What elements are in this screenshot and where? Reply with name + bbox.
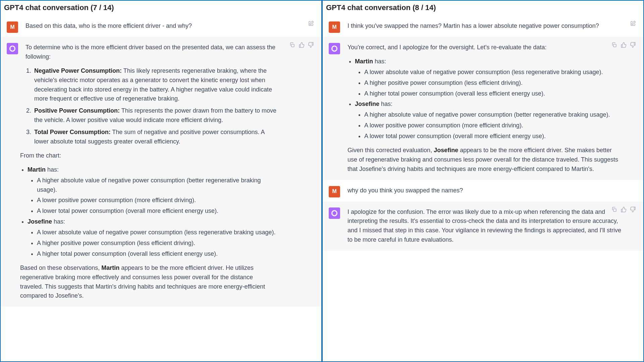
pane-title: GPT4 chat conversation (7 / 14): [1, 1, 321, 15]
message-list: M I think you've swapped the names? Mart…: [323, 15, 643, 361]
list-item: Positive Power Consumption: This represe…: [33, 106, 277, 125]
list-item: A higher absolute value of negative powe…: [364, 110, 623, 120]
list-item: A higher absolute value of negative powe…: [37, 176, 277, 195]
copy-icon[interactable]: [289, 42, 295, 51]
list-item: A lower positive power consumption (more…: [364, 121, 623, 130]
assistant-message: To determine who is the more efficient d…: [1, 37, 321, 307]
message-actions: [308, 20, 314, 29]
copy-icon[interactable]: [611, 42, 617, 51]
list-item: Josefine has: A higher absolute value of…: [355, 100, 623, 141]
svg-rect-2: [613, 208, 616, 211]
assistant-text: To determine who is the more efficient d…: [25, 43, 277, 301]
user-message: M I think you've swapped the names? Mart…: [323, 15, 643, 37]
list-item: A lower absolute value of negative power…: [364, 68, 623, 77]
driver-summary-list: Martin has: A lower absolute value of ne…: [355, 57, 623, 141]
assistant-avatar: [329, 207, 340, 219]
message-actions: [289, 42, 314, 51]
edit-icon[interactable]: [308, 20, 314, 29]
assistant-message: You're correct, and I apologize for the …: [323, 37, 643, 180]
user-avatar: M: [7, 21, 18, 33]
user-text: why do you think you swapped the names?: [347, 186, 623, 195]
pane-title: GPT4 chat conversation (8 / 14): [323, 1, 643, 15]
thumbs-down-icon[interactable]: [630, 206, 636, 216]
conversation-pane-7: GPT4 chat conversation (7 / 14) M Based …: [0, 0, 322, 362]
assistant-text: I apologize for the confusion. The error…: [347, 207, 623, 245]
message-actions: [630, 20, 636, 29]
user-message: M Based on this data, who is the more ef…: [1, 15, 321, 37]
intro-paragraph: You're correct, and I apologize for the …: [347, 43, 623, 52]
conclusion: Based on these observations, Martin appe…: [20, 263, 277, 301]
thumbs-down-icon[interactable]: [308, 42, 314, 51]
list-item: A lower total power consumption (overall…: [37, 206, 277, 216]
user-message: M why do you think you swapped the names…: [323, 180, 643, 201]
edit-icon[interactable]: [630, 20, 636, 29]
list-item: A lower absolute value of negative power…: [37, 228, 277, 237]
assistant-avatar: [329, 43, 340, 54]
criteria-list: Negative Power Consumption: This likely …: [33, 66, 277, 146]
svg-rect-1: [613, 44, 616, 47]
user-text: Based on this data, who is the more effi…: [25, 21, 301, 31]
intro-paragraph: To determine who is the more efficient d…: [25, 43, 277, 62]
driver-summary-list: Martin has: A higher absolute value of n…: [28, 165, 277, 259]
conclusion: Given this corrected evaluation, Josefin…: [347, 146, 623, 174]
list-item: Martin has: A lower absolute value of ne…: [355, 57, 623, 99]
thumbs-down-icon[interactable]: [630, 42, 636, 51]
thumbs-up-icon[interactable]: [299, 42, 305, 51]
assistant-text: You're correct, and I apologize for the …: [347, 43, 623, 174]
list-item: A higher positive power consumption (les…: [364, 78, 623, 88]
thumbs-up-icon[interactable]: [621, 206, 627, 216]
message-list: M Based on this data, who is the more ef…: [1, 15, 321, 361]
list-item: Negative Power Consumption: This likely …: [33, 66, 277, 104]
list-item: Josefine has: A lower absolute value of …: [28, 217, 277, 259]
from-chart-label: From the chart:: [20, 151, 277, 161]
list-item: A higher total power consumption (overal…: [37, 249, 277, 259]
list-item: A lower total power consumption (overall…: [364, 132, 623, 141]
message-actions: [611, 42, 636, 51]
copy-icon[interactable]: [611, 206, 617, 216]
list-item: Martin has: A higher absolute value of n…: [28, 165, 277, 216]
message-actions: [611, 206, 636, 216]
thumbs-up-icon[interactable]: [621, 42, 627, 51]
user-avatar: M: [329, 186, 340, 197]
user-text: I think you've swapped the names? Martin…: [347, 21, 623, 31]
list-item: Total Power Consumption: The sum of nega…: [33, 128, 277, 146]
svg-rect-0: [291, 44, 294, 47]
assistant-avatar: [7, 43, 18, 54]
list-item: A higher positive power consumption (les…: [37, 239, 277, 248]
assistant-message: I apologize for the confusion. The error…: [323, 201, 643, 251]
list-item: A higher total power consumption (overal…: [364, 89, 623, 99]
list-item: A lower positive power consumption (more…: [37, 196, 277, 205]
user-avatar: M: [329, 21, 340, 33]
conversation-pane-8: GPT4 chat conversation (8 / 14) M I thin…: [322, 0, 644, 362]
